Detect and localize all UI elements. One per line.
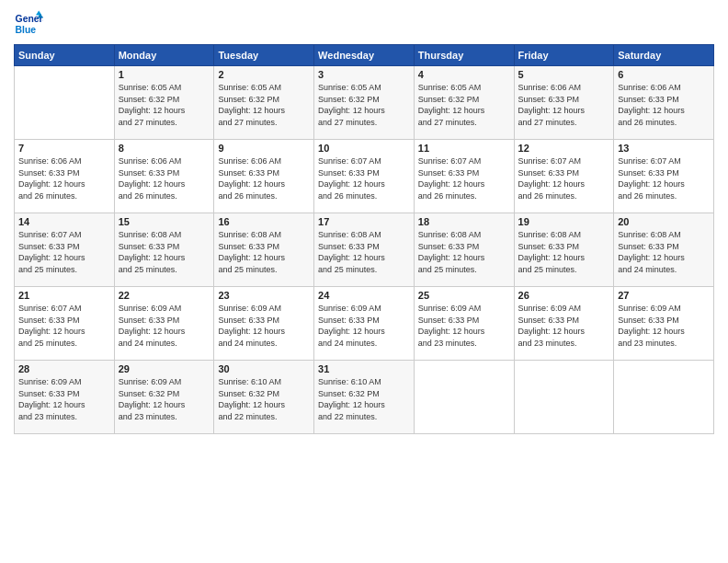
weekday-header: Thursday <box>414 45 514 66</box>
day-info: Sunrise: 6:07 AM Sunset: 6:33 PM Dayligh… <box>18 303 110 349</box>
calendar-cell: 3Sunrise: 6:05 AM Sunset: 6:32 PM Daylig… <box>314 66 415 140</box>
calendar-cell: 31Sunrise: 6:10 AM Sunset: 6:32 PM Dayli… <box>314 361 415 434</box>
weekday-header: Tuesday <box>214 45 314 66</box>
weekday-header: Sunday <box>15 45 115 66</box>
day-info: Sunrise: 6:05 AM Sunset: 6:32 PM Dayligh… <box>119 82 210 128</box>
calendar-cell: 16Sunrise: 6:08 AM Sunset: 6:33 PM Dayli… <box>214 213 314 287</box>
calendar-cell: 24Sunrise: 6:09 AM Sunset: 6:33 PM Dayli… <box>314 287 415 361</box>
day-number: 16 <box>218 216 310 227</box>
day-number: 11 <box>418 143 510 154</box>
calendar-cell: 18Sunrise: 6:08 AM Sunset: 6:33 PM Dayli… <box>414 213 514 287</box>
calendar-cell: 22Sunrise: 6:09 AM Sunset: 6:33 PM Dayli… <box>114 287 214 361</box>
day-number: 13 <box>618 143 710 154</box>
calendar-cell <box>514 361 614 434</box>
day-info: Sunrise: 6:07 AM Sunset: 6:33 PM Dayligh… <box>518 155 610 201</box>
day-number: 4 <box>418 69 510 80</box>
day-number: 31 <box>318 363 410 374</box>
day-info: Sunrise: 6:09 AM Sunset: 6:32 PM Dayligh… <box>119 376 210 422</box>
day-number: 21 <box>18 290 110 301</box>
day-info: Sunrise: 6:08 AM Sunset: 6:33 PM Dayligh… <box>218 229 310 275</box>
logo-icon: General Blue <box>14 9 43 39</box>
day-info: Sunrise: 6:05 AM Sunset: 6:32 PM Dayligh… <box>218 82 310 128</box>
svg-text:Blue: Blue <box>16 25 37 35</box>
day-number: 12 <box>518 143 610 154</box>
day-number: 3 <box>318 69 410 80</box>
page-container: General Blue SundayMondayTuesdayWednesda… <box>0 0 728 443</box>
day-number: 1 <box>119 69 210 80</box>
day-info: Sunrise: 6:08 AM Sunset: 6:33 PM Dayligh… <box>418 229 510 275</box>
day-number: 14 <box>18 216 110 227</box>
calendar-cell <box>15 66 115 140</box>
svg-marker-2 <box>36 11 41 16</box>
day-number: 24 <box>318 290 410 301</box>
day-info: Sunrise: 6:06 AM Sunset: 6:33 PM Dayligh… <box>218 155 310 201</box>
day-info: Sunrise: 6:07 AM Sunset: 6:33 PM Dayligh… <box>618 155 710 201</box>
weekday-header: Wednesday <box>314 45 415 66</box>
day-info: Sunrise: 6:06 AM Sunset: 6:33 PM Dayligh… <box>119 155 210 201</box>
day-number: 15 <box>119 216 210 227</box>
day-info: Sunrise: 6:09 AM Sunset: 6:33 PM Dayligh… <box>18 376 110 422</box>
calendar-cell: 5Sunrise: 6:06 AM Sunset: 6:33 PM Daylig… <box>514 66 614 140</box>
calendar-cell: 7Sunrise: 6:06 AM Sunset: 6:33 PM Daylig… <box>15 140 115 213</box>
calendar-cell: 25Sunrise: 6:09 AM Sunset: 6:33 PM Dayli… <box>414 287 514 361</box>
calendar-cell: 23Sunrise: 6:09 AM Sunset: 6:33 PM Dayli… <box>214 287 314 361</box>
calendar-cell: 21Sunrise: 6:07 AM Sunset: 6:33 PM Dayli… <box>15 287 115 361</box>
day-info: Sunrise: 6:08 AM Sunset: 6:33 PM Dayligh… <box>119 229 210 275</box>
calendar-cell: 26Sunrise: 6:09 AM Sunset: 6:33 PM Dayli… <box>514 287 614 361</box>
calendar-header-row: SundayMondayTuesdayWednesdayThursdayFrid… <box>15 45 714 66</box>
calendar-table: SundayMondayTuesdayWednesdayThursdayFrid… <box>14 44 714 434</box>
calendar-cell: 28Sunrise: 6:09 AM Sunset: 6:33 PM Dayli… <box>15 361 115 434</box>
calendar-cell: 12Sunrise: 6:07 AM Sunset: 6:33 PM Dayli… <box>514 140 614 213</box>
day-info: Sunrise: 6:08 AM Sunset: 6:33 PM Dayligh… <box>618 229 710 275</box>
day-number: 20 <box>618 216 710 227</box>
calendar-cell: 17Sunrise: 6:08 AM Sunset: 6:33 PM Dayli… <box>314 213 415 287</box>
day-info: Sunrise: 6:06 AM Sunset: 6:33 PM Dayligh… <box>618 82 710 128</box>
weekday-header: Saturday <box>614 45 714 66</box>
calendar-week-row: 21Sunrise: 6:07 AM Sunset: 6:33 PM Dayli… <box>15 287 714 361</box>
calendar-cell <box>414 361 514 434</box>
weekday-header: Friday <box>514 45 614 66</box>
day-info: Sunrise: 6:09 AM Sunset: 6:33 PM Dayligh… <box>618 303 710 349</box>
day-number: 19 <box>518 216 610 227</box>
day-info: Sunrise: 6:07 AM Sunset: 6:33 PM Dayligh… <box>18 229 110 275</box>
day-info: Sunrise: 6:09 AM Sunset: 6:33 PM Dayligh… <box>218 303 310 349</box>
day-number: 8 <box>119 143 210 154</box>
day-info: Sunrise: 6:09 AM Sunset: 6:33 PM Dayligh… <box>318 303 410 349</box>
calendar-cell: 10Sunrise: 6:07 AM Sunset: 6:33 PM Dayli… <box>314 140 415 213</box>
calendar-cell <box>614 361 714 434</box>
day-info: Sunrise: 6:09 AM Sunset: 6:33 PM Dayligh… <box>418 303 510 349</box>
day-info: Sunrise: 6:07 AM Sunset: 6:33 PM Dayligh… <box>418 155 510 201</box>
day-number: 27 <box>618 290 710 301</box>
day-number: 28 <box>18 363 110 374</box>
day-info: Sunrise: 6:05 AM Sunset: 6:32 PM Dayligh… <box>418 82 510 128</box>
calendar-cell: 19Sunrise: 6:08 AM Sunset: 6:33 PM Dayli… <box>514 213 614 287</box>
calendar-cell: 8Sunrise: 6:06 AM Sunset: 6:33 PM Daylig… <box>114 140 214 213</box>
calendar-cell: 6Sunrise: 6:06 AM Sunset: 6:33 PM Daylig… <box>614 66 714 140</box>
day-number: 22 <box>119 290 210 301</box>
day-info: Sunrise: 6:07 AM Sunset: 6:33 PM Dayligh… <box>318 155 410 201</box>
day-number: 26 <box>518 290 610 301</box>
day-info: Sunrise: 6:08 AM Sunset: 6:33 PM Dayligh… <box>318 229 410 275</box>
day-info: Sunrise: 6:09 AM Sunset: 6:33 PM Dayligh… <box>119 303 210 349</box>
day-number: 29 <box>119 363 210 374</box>
calendar-cell: 29Sunrise: 6:09 AM Sunset: 6:32 PM Dayli… <box>114 361 214 434</box>
day-info: Sunrise: 6:06 AM Sunset: 6:33 PM Dayligh… <box>518 82 610 128</box>
day-number: 7 <box>18 143 110 154</box>
calendar-week-row: 14Sunrise: 6:07 AM Sunset: 6:33 PM Dayli… <box>15 213 714 287</box>
day-info: Sunrise: 6:10 AM Sunset: 6:32 PM Dayligh… <box>218 376 310 422</box>
calendar-cell: 1Sunrise: 6:05 AM Sunset: 6:32 PM Daylig… <box>114 66 214 140</box>
calendar-cell: 27Sunrise: 6:09 AM Sunset: 6:33 PM Dayli… <box>614 287 714 361</box>
calendar-cell: 2Sunrise: 6:05 AM Sunset: 6:32 PM Daylig… <box>214 66 314 140</box>
header: General Blue <box>14 9 714 39</box>
day-info: Sunrise: 6:08 AM Sunset: 6:33 PM Dayligh… <box>518 229 610 275</box>
calendar-week-row: 28Sunrise: 6:09 AM Sunset: 6:33 PM Dayli… <box>15 361 714 434</box>
weekday-header: Monday <box>114 45 214 66</box>
calendar-cell: 14Sunrise: 6:07 AM Sunset: 6:33 PM Dayli… <box>15 213 115 287</box>
calendar-cell: 20Sunrise: 6:08 AM Sunset: 6:33 PM Dayli… <box>614 213 714 287</box>
day-number: 25 <box>418 290 510 301</box>
calendar-cell: 13Sunrise: 6:07 AM Sunset: 6:33 PM Dayli… <box>614 140 714 213</box>
day-info: Sunrise: 6:06 AM Sunset: 6:33 PM Dayligh… <box>18 155 110 201</box>
day-number: 5 <box>518 69 610 80</box>
calendar-week-row: 7Sunrise: 6:06 AM Sunset: 6:33 PM Daylig… <box>15 140 714 213</box>
calendar-body: 1Sunrise: 6:05 AM Sunset: 6:32 PM Daylig… <box>15 66 714 434</box>
